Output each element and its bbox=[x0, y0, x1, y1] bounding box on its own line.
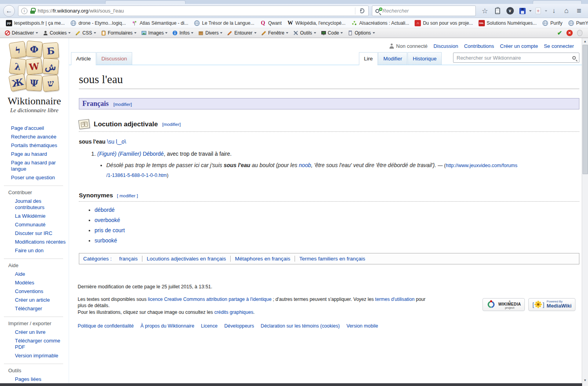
bookmark-item[interactable]: Alsacréations : Actuali... bbox=[348, 19, 412, 27]
sidebar-item[interactable]: La Wikidémie bbox=[0, 212, 69, 220]
sidebar-item[interactable]: Aide bbox=[0, 270, 69, 279]
sidebar-link[interactable]: Page au hasard bbox=[11, 151, 66, 157]
valid-check-icon[interactable] bbox=[557, 29, 562, 36]
wiki-search-input[interactable] bbox=[457, 55, 570, 61]
synonym-link[interactable]: pris de court bbox=[95, 227, 125, 233]
terms-link[interactable]: termes d'utilisation bbox=[375, 297, 415, 302]
devbar-item-infos[interactable]: Infos bbox=[170, 29, 196, 36]
sidebar-link[interactable]: Journal des contributeurs bbox=[15, 198, 66, 211]
reload-button[interactable] bbox=[359, 8, 364, 13]
sidebar-link[interactable]: La Wikidémie bbox=[15, 213, 66, 219]
sidebar-link[interactable]: Créer un article bbox=[15, 297, 66, 303]
devbar-item-options[interactable]: Options bbox=[345, 29, 377, 36]
sidebar-item[interactable]: Discuter sur IRC bbox=[0, 229, 69, 238]
edit-section-link[interactable]: [modifier] bbox=[113, 102, 132, 107]
category-link[interactable]: Métaphores en français bbox=[235, 256, 290, 262]
browser-tab[interactable] bbox=[533, 0, 582, 4]
bookmark-item[interactable]: QQwant bbox=[257, 19, 284, 27]
sidebar-link[interactable]: Recherche avancée bbox=[11, 134, 66, 140]
category-link[interactable]: Locutions adjectivales en français bbox=[147, 256, 226, 262]
bookmark-item[interactable]: pplespetitspois.fr | ça me... bbox=[3, 19, 67, 27]
footer-link-about[interactable]: À propos du Wiktionnaire bbox=[140, 323, 194, 329]
clipboard-icon[interactable] bbox=[492, 5, 503, 16]
sidebar-link[interactable]: Poser une question bbox=[11, 175, 66, 181]
bookmark-item[interactable]: PwnYouTube bbox=[565, 19, 588, 27]
scroll-down-button[interactable] bbox=[582, 377, 588, 383]
url-bar[interactable]: https://fr.wiktionary.org/wiki/sous_l'ea… bbox=[18, 5, 369, 16]
sidebar-link[interactable]: Page d'accueil bbox=[11, 125, 66, 131]
sidebar-link[interactable]: Aide bbox=[15, 271, 66, 277]
sidebar-item[interactable]: Pages liées bbox=[0, 375, 69, 384]
browser-tab[interactable] bbox=[105, 0, 186, 4]
pocket-icon[interactable] bbox=[504, 5, 516, 16]
sidebar-item-question[interactable]: Poser une question bbox=[0, 173, 69, 182]
sidebar-link[interactable]: Modifications récentes bbox=[15, 239, 66, 245]
chevron-down-icon[interactable] bbox=[545, 10, 547, 12]
mediawiki-badge[interactable]: Powered ByMediaWiki bbox=[528, 298, 575, 311]
footer-link-mobile[interactable]: Version mobile bbox=[346, 323, 378, 329]
devbar-item-desactiver[interactable]: Désactiver bbox=[2, 29, 40, 36]
noob-link[interactable]: noob bbox=[299, 162, 311, 168]
sidebar-item[interactable]: Télécharger comme PDF bbox=[0, 337, 69, 351]
bookmark-item[interactable]: WWikipédia, l'encyclopé... bbox=[284, 19, 348, 27]
devbar-item-formulaires[interactable]: Formulaires bbox=[98, 29, 139, 36]
personal-link-discussion[interactable]: Discussion bbox=[433, 43, 458, 49]
devbar-item-images[interactable]: Images bbox=[139, 29, 170, 36]
bookmark-item[interactable]: drone - Etymo...logiq... bbox=[67, 19, 129, 27]
devbar-item-outils[interactable]: Outils bbox=[291, 29, 319, 36]
error-icon[interactable] bbox=[566, 30, 573, 36]
sidebar-item[interactable]: Communauté bbox=[0, 220, 69, 229]
chevron-down-icon[interactable] bbox=[529, 10, 532, 12]
site-info-icon[interactable] bbox=[21, 8, 27, 14]
health-report-icon[interactable] bbox=[532, 5, 544, 16]
tab-modifier[interactable]: Modifier bbox=[378, 52, 407, 65]
tab-discussion[interactable]: Discussion bbox=[96, 52, 132, 65]
tab-article[interactable]: Article bbox=[71, 52, 96, 65]
devbar-item-fenetre[interactable]: Fenêtre bbox=[259, 29, 291, 36]
sidebar-item[interactable]: Faire un don bbox=[0, 246, 69, 255]
label-figure-link[interactable]: (Figuré) bbox=[97, 151, 117, 157]
wiki-search-box[interactable] bbox=[453, 53, 579, 63]
sidebar-item[interactable]: Créer un livre bbox=[0, 328, 69, 337]
sidebar-item-accueil[interactable]: Page d'accueil bbox=[0, 124, 69, 133]
bookmark-item[interactable]: Atlas Sémantique - di... bbox=[129, 19, 191, 27]
browser-search-bar[interactable] bbox=[372, 5, 476, 16]
footer-link-privacy[interactable]: Politique de confidentialité bbox=[78, 323, 134, 329]
bookmark-item[interactable]: Le Trésor de la Langue... bbox=[191, 19, 257, 27]
devbar-item-divers[interactable]: Divers bbox=[196, 29, 225, 36]
sidebar-link[interactable]: Faire un don bbox=[15, 248, 66, 254]
sidebar-link[interactable]: Pages liées bbox=[15, 376, 66, 382]
sidebar-link[interactable]: Portails thématiques bbox=[11, 142, 66, 149]
bookmark-item[interactable]: Purify bbox=[539, 19, 565, 27]
edit-section-link[interactable]: [modifier] bbox=[162, 122, 180, 127]
save-session-icon[interactable] bbox=[517, 5, 528, 16]
synonym-link[interactable]: débordé bbox=[95, 207, 115, 213]
synonym-link[interactable]: surbooké bbox=[95, 237, 117, 244]
wikimedia-badge[interactable]: aWIKIMEDIAproject bbox=[482, 298, 525, 311]
sidebar-item-recherche-avancee[interactable]: Recherche avancée bbox=[0, 133, 69, 141]
scroll-up-button[interactable] bbox=[582, 38, 588, 44]
search-icon[interactable] bbox=[572, 56, 576, 60]
search-engine-icon[interactable] bbox=[375, 9, 379, 13]
sidebar-item[interactable]: Modifications récentes bbox=[0, 238, 69, 246]
pronunciation-link[interactable]: \su l‿o\ bbox=[107, 138, 126, 145]
menu-icon[interactable] bbox=[573, 5, 585, 16]
cc-license-link[interactable]: licence Creative Commons attribution par… bbox=[148, 297, 271, 302]
browser-search-input[interactable] bbox=[382, 8, 472, 14]
back-button[interactable] bbox=[3, 5, 15, 17]
home-icon[interactable] bbox=[561, 5, 572, 16]
sidebar-item[interactable]: Conventions bbox=[0, 287, 69, 296]
sidebar-link[interactable]: Conventions bbox=[15, 288, 66, 295]
devbar-item-code[interactable]: Code bbox=[319, 29, 346, 36]
idle-status-icon[interactable] bbox=[577, 30, 583, 36]
sidebar-link[interactable]: Version imprimable bbox=[15, 353, 66, 359]
footer-link-cookies[interactable]: Déclaration sur les témoins (cookies) bbox=[261, 323, 340, 329]
sidebar-link[interactable]: Modèles bbox=[15, 280, 66, 286]
devbar-item-css[interactable]: CSS bbox=[73, 29, 98, 36]
scrollbar-thumb[interactable] bbox=[583, 45, 588, 174]
sidebar-item-hasard-langue[interactable]: Page au hasard par langue bbox=[0, 158, 69, 173]
sidebar-item[interactable]: Journal des contributeurs bbox=[0, 197, 69, 212]
synonym-link[interactable]: overbooké bbox=[95, 217, 120, 223]
sidebar-link[interactable]: Créer un livre bbox=[15, 329, 66, 335]
edit-section-link[interactable]: [ modifier ] bbox=[117, 193, 138, 198]
